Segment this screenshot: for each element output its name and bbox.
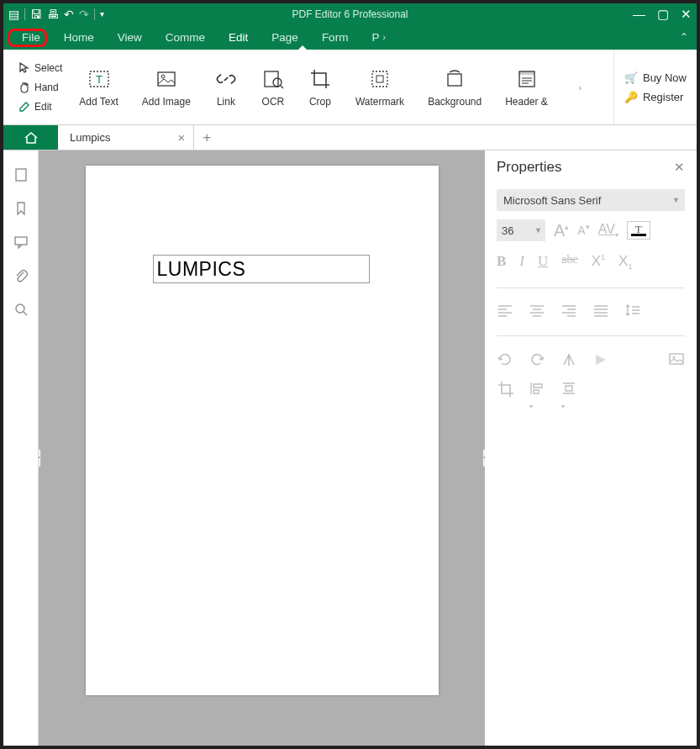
select-tool[interactable]: Select xyxy=(18,59,62,77)
hand-icon xyxy=(18,82,30,93)
menu-home[interactable]: Home xyxy=(52,27,106,48)
close-button[interactable]: ✕ xyxy=(681,7,692,22)
properties-panel: Properties ✕ Microsoft Sans Serif ▼ 36 ▼… xyxy=(485,150,697,747)
register-button[interactable]: 🔑 Register xyxy=(624,91,687,103)
attachments-icon[interactable] xyxy=(13,268,29,283)
search-icon[interactable] xyxy=(13,302,29,317)
mode-tools: Select Hand Edit xyxy=(3,50,67,124)
hand-label: Hand xyxy=(34,82,59,93)
subscript-button[interactable]: X1 xyxy=(618,253,632,271)
redo-icon[interactable]: ↷ xyxy=(79,8,89,20)
strikethrough-button[interactable]: abc xyxy=(561,253,577,271)
rotate-right-icon[interactable] xyxy=(529,351,545,368)
flip-horizontal-icon[interactable] xyxy=(592,351,609,368)
background-tool[interactable]: Background xyxy=(416,50,493,124)
bookmarks-icon[interactable] xyxy=(13,201,29,216)
print-icon[interactable]: 🖶 xyxy=(47,8,59,20)
alignment-row xyxy=(497,302,685,322)
add-text-tool[interactable]: T Add Text xyxy=(67,50,129,124)
app-icon[interactable]: ▤ xyxy=(8,8,19,20)
menu-page[interactable]: Page xyxy=(260,27,310,48)
svg-point-13 xyxy=(16,304,24,313)
add-image-tool[interactable]: Add Image xyxy=(130,50,203,124)
crop-image-icon[interactable] xyxy=(497,380,513,397)
line-spacing-icon[interactable] xyxy=(624,303,641,320)
page[interactable]: LUMPICS xyxy=(86,166,439,695)
canvas-area[interactable]: ▸ LUMPICS ◂ xyxy=(39,150,485,747)
select-label: Select xyxy=(34,62,62,74)
new-tab-button[interactable]: + xyxy=(194,125,219,150)
color-bar xyxy=(631,234,646,236)
qat-more-icon[interactable]: ▾ xyxy=(100,8,104,20)
undo-icon[interactable]: ↶ xyxy=(64,8,74,20)
divider xyxy=(497,287,685,288)
minimize-button[interactable]: ― xyxy=(633,7,645,22)
edit-tool[interactable]: Edit xyxy=(18,98,62,116)
menu-form[interactable]: Form xyxy=(310,27,361,48)
replace-image-icon[interactable] xyxy=(668,351,685,368)
image-icon xyxy=(155,67,178,91)
kerning-button[interactable]: AV▾ xyxy=(598,222,618,239)
close-tab-icon[interactable]: × xyxy=(177,130,185,145)
bold-button[interactable]: B xyxy=(497,253,506,271)
divider xyxy=(497,335,685,336)
crop-label: Crop xyxy=(309,96,331,108)
grow-font-button[interactable]: A▴ xyxy=(554,221,569,240)
save-icon[interactable]: 🖫 xyxy=(30,8,42,20)
font-color-button[interactable]: T xyxy=(627,221,650,240)
right-splitter[interactable]: ◂ xyxy=(482,449,485,467)
thumbnails-icon[interactable] xyxy=(13,167,29,182)
link-tool[interactable]: Link xyxy=(203,50,250,124)
svg-point-5 xyxy=(273,78,282,87)
italic-button[interactable]: I xyxy=(519,253,524,271)
ribbon: Select Hand Edit T Add Text Add Image Li… xyxy=(3,50,697,125)
document-tab-label: Lumpics xyxy=(70,131,110,144)
menu-view[interactable]: View xyxy=(106,27,154,48)
superscript-button[interactable]: X1 xyxy=(592,253,605,271)
menu-file[interactable]: File xyxy=(10,27,52,48)
menu-comment[interactable]: Comme xyxy=(154,27,217,48)
buy-now-button[interactable]: 🛒 Buy Now xyxy=(624,71,687,84)
register-label: Register xyxy=(643,91,683,103)
font-family-select[interactable]: Microsoft Sans Serif ▼ xyxy=(497,189,685,211)
align-objects-icon[interactable]: ▾ xyxy=(529,380,545,397)
quick-access-toolbar: ▤ 🖫 🖶 ↶ ↷ ▾ xyxy=(3,8,104,20)
menu-edit[interactable]: Edit xyxy=(217,27,260,48)
cart-icon: 🛒 xyxy=(624,71,638,84)
close-panel-icon[interactable]: ✕ xyxy=(674,160,685,175)
document-tab-bar: Lumpics × + xyxy=(3,125,697,150)
app-title: PDF Editor 6 Professional xyxy=(292,8,408,20)
shrink-font-button[interactable]: A▾ xyxy=(577,223,589,238)
align-left-icon[interactable] xyxy=(497,303,513,320)
flip-vertical-icon[interactable] xyxy=(561,351,577,368)
titlebar: ▤ 🖫 🖶 ↶ ↷ ▾ PDF Editor 6 Professional ― … xyxy=(3,3,697,24)
ribbon-overflow-icon[interactable]: › xyxy=(577,81,583,93)
background-icon xyxy=(443,67,466,91)
text-box[interactable]: LUMPICS xyxy=(153,255,370,283)
buy-now-label: Buy Now xyxy=(643,71,687,84)
crop-tool[interactable]: Crop xyxy=(297,50,344,124)
window-controls: ― ▢ ✕ xyxy=(633,7,692,22)
watermark-tool[interactable]: Watermark xyxy=(344,50,416,124)
home-icon xyxy=(24,131,39,145)
header-footer-tool[interactable]: Header & xyxy=(493,50,560,124)
collapse-ribbon-icon[interactable]: ⌃ xyxy=(680,31,688,43)
font-size-select[interactable]: 36 ▼ xyxy=(497,219,545,241)
hand-tool[interactable]: Hand xyxy=(18,78,62,97)
align-justify-icon[interactable] xyxy=(592,303,609,320)
left-splitter[interactable]: ▸ xyxy=(39,449,41,467)
rotate-left-icon[interactable] xyxy=(497,351,513,368)
arrange-row: ▾ ▾ xyxy=(497,378,685,398)
align-right-icon[interactable] xyxy=(561,303,577,320)
home-tab[interactable] xyxy=(3,125,58,150)
menu-overflow-icon[interactable]: › xyxy=(382,33,385,42)
align-center-icon[interactable] xyxy=(529,303,545,320)
ocr-tool[interactable]: OCR xyxy=(250,50,297,124)
watermark-icon xyxy=(368,67,392,91)
document-tab[interactable]: Lumpics × xyxy=(58,125,194,150)
menu-protect[interactable]: P xyxy=(360,27,382,48)
comments-icon[interactable] xyxy=(13,235,29,250)
underline-button[interactable]: U xyxy=(538,253,548,271)
distribute-icon[interactable]: ▾ xyxy=(561,380,577,397)
maximize-button[interactable]: ▢ xyxy=(657,7,669,22)
